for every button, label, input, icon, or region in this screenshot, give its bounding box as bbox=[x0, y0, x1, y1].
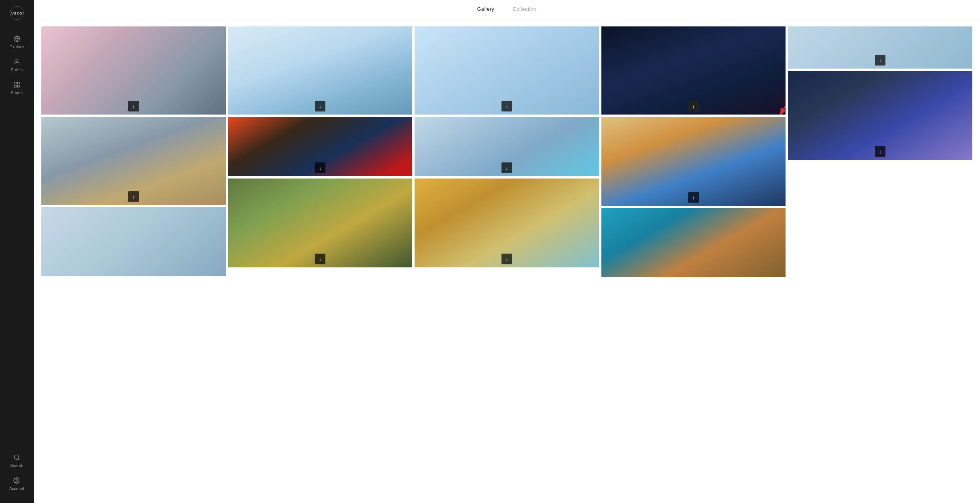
sidebar: vsco Explore Profile bbox=[0, 0, 34, 503]
sidebar-item-explore-label: Explore bbox=[10, 45, 24, 49]
download-badge[interactable]: ↓ bbox=[501, 162, 512, 173]
tab-gallery[interactable]: Gallery bbox=[477, 6, 495, 15]
svg-rect-3 bbox=[14, 82, 16, 84]
download-badge[interactable]: ↓ bbox=[688, 192, 699, 203]
tab-bar: Gallery Collection bbox=[34, 0, 980, 20]
photo-clouds-sky[interactable] bbox=[41, 207, 226, 276]
gallery-column-4: ↓ ↓ bbox=[601, 26, 786, 497]
photo-beach-bird[interactable]: ↓ bbox=[41, 117, 226, 205]
photo-tree-turquoise[interactable] bbox=[601, 208, 786, 277]
main-content: Gallery Collection ↓ ↓ ↓ ↓ ↓ bbox=[34, 0, 980, 503]
svg-point-2 bbox=[16, 59, 18, 61]
svg-line-8 bbox=[18, 459, 19, 460]
download-badge[interactable]: ↓ bbox=[128, 191, 139, 202]
account-icon bbox=[13, 477, 20, 485]
photo-blue-bokeh[interactable]: ↓ bbox=[788, 71, 972, 160]
svg-rect-5 bbox=[14, 85, 16, 87]
svg-point-9 bbox=[16, 480, 18, 482]
search-icon bbox=[13, 454, 20, 462]
download-badge[interactable]: ↓ bbox=[315, 162, 325, 173]
photo-autumn-water[interactable]: ↓ bbox=[415, 179, 599, 267]
sidebar-item-explore[interactable]: Explore bbox=[2, 32, 32, 52]
download-badge[interactable]: ↓ bbox=[315, 254, 325, 264]
sidebar-item-account-label: Account bbox=[9, 487, 24, 491]
sidebar-item-studio[interactable]: Studio bbox=[2, 78, 32, 98]
photo-snow-foam[interactable]: ↓ bbox=[415, 26, 599, 115]
svg-rect-6 bbox=[18, 85, 20, 87]
download-badge[interactable]: ↓ bbox=[875, 55, 885, 66]
download-badge[interactable]: ↓ bbox=[315, 101, 325, 111]
photo-rainbow[interactable]: ↓ bbox=[228, 179, 413, 267]
tab-collection[interactable]: Collection bbox=[513, 6, 536, 15]
photo-sunset-sky[interactable]: ↓ bbox=[601, 117, 786, 206]
profile-icon bbox=[13, 58, 20, 66]
sidebar-item-profile[interactable]: Profile bbox=[2, 55, 32, 75]
sidebar-item-studio-label: Studio bbox=[11, 91, 23, 95]
download-badge[interactable]: ↓ bbox=[875, 146, 885, 157]
download-badge-highlighted[interactable]: ↓ bbox=[688, 101, 699, 111]
download-badge[interactable]: ↓ bbox=[501, 254, 512, 264]
gallery-grid: ↓ ↓ ↓ ↓ ↓ ↓ ↓ bbox=[34, 20, 980, 503]
gallery-column-3: ↓ ↓ ↓ bbox=[415, 26, 599, 497]
sidebar-bottom: Search Account bbox=[2, 451, 32, 497]
svg-rect-4 bbox=[18, 82, 20, 84]
gallery-column-5: ↓ ↓ bbox=[788, 26, 972, 497]
studio-icon bbox=[13, 81, 20, 89]
sidebar-nav: Explore Profile Studio bbox=[2, 32, 32, 451]
app-logo[interactable]: vsco bbox=[10, 6, 24, 20]
svg-point-7 bbox=[14, 455, 19, 459]
download-badge[interactable]: ↓ bbox=[501, 101, 512, 111]
photo-cherry[interactable]: ↓ bbox=[41, 26, 226, 115]
gallery-column-1: ↓ ↓ bbox=[41, 26, 226, 497]
photo-night-street[interactable]: ↓ bbox=[601, 26, 786, 115]
sidebar-item-search-label: Search bbox=[10, 464, 24, 468]
explore-icon bbox=[13, 35, 20, 43]
sidebar-item-account[interactable]: Account bbox=[2, 474, 32, 494]
photo-ice-aerial[interactable]: ↓ bbox=[788, 26, 972, 69]
sidebar-item-search[interactable]: Search bbox=[2, 451, 32, 471]
photo-mosaic[interactable]: ↓ bbox=[228, 117, 413, 176]
sidebar-item-profile-label: Profile bbox=[11, 68, 23, 72]
gallery-column-2: ↓ ↓ ↓ bbox=[228, 26, 413, 497]
photo-ice-chunks[interactable]: ↓ bbox=[228, 26, 413, 115]
resize-handle[interactable] bbox=[978, 0, 980, 503]
download-badge[interactable]: ↓ bbox=[128, 101, 139, 111]
photo-boat-ice[interactable]: ↓ bbox=[415, 117, 599, 176]
